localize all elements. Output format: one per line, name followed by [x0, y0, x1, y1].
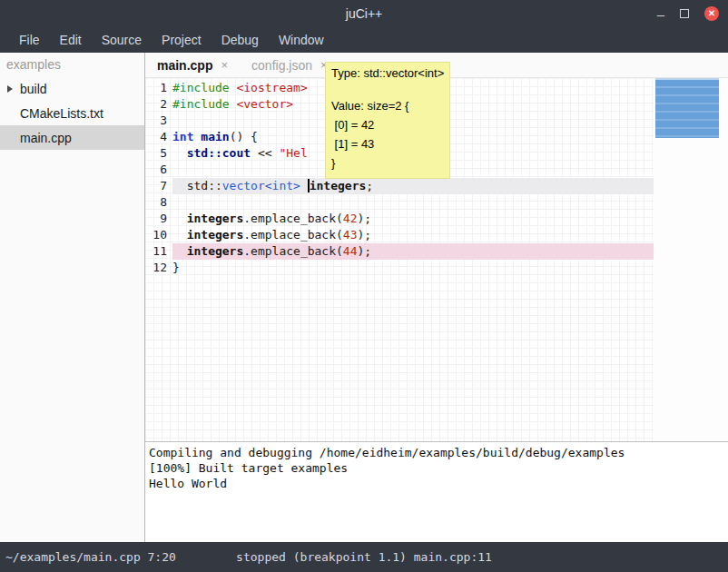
line-number: 5	[145, 145, 172, 162]
code-token: <vector>	[236, 97, 293, 111]
menu-bar: FileEditSourceProjectDebugWindow	[0, 27, 728, 53]
title-bar: juCi++ – ✕	[0, 0, 728, 27]
tab-config-json[interactable]: config.json×	[251, 58, 328, 73]
line-number: 6	[145, 162, 172, 178]
code-token: .emplace_back(	[243, 244, 343, 258]
code-token: int	[172, 130, 193, 143]
scroll-overview-thumb[interactable]	[655, 78, 719, 138]
code-token: vector<int>	[222, 179, 300, 192]
code-text: std::vector<int> integers;	[172, 178, 654, 194]
tab-label: main.cpp	[157, 58, 212, 73]
code-text	[172, 194, 654, 211]
app-window: juCi++ – ✕ FileEditSourceProjectDebugWin…	[0, 0, 728, 572]
code-token: 43	[343, 228, 358, 242]
tab-label: config.json	[251, 58, 312, 73]
code-token: integers	[187, 212, 244, 225]
menu-item-debug[interactable]: Debug	[212, 33, 269, 47]
code-token: ::	[208, 179, 222, 192]
code-line[interactable]: 12}	[145, 260, 654, 276]
code-token: #include	[172, 81, 236, 94]
terminal-line: [100%] Built target examples	[149, 460, 728, 476]
code-text: }	[172, 260, 654, 276]
line-number: 8	[145, 194, 172, 211]
terminal-output[interactable]: Compiling and debugging /home/eidheim/ex…	[145, 441, 728, 542]
file-sidebar: examples buildCMakeLists.txtmain.cpp	[0, 53, 145, 542]
tree-item-main-cpp[interactable]: main.cpp	[0, 125, 144, 150]
line-number: 1	[145, 80, 172, 96]
tooltip-value-line: Value: size=2 {	[331, 96, 444, 115]
line-number: 12	[145, 260, 172, 276]
minimize-icon[interactable]: –	[657, 7, 664, 21]
tooltip-value-line: }	[331, 153, 444, 173]
code-token	[172, 146, 187, 160]
code-token	[172, 228, 187, 242]
code-token: integers	[310, 179, 367, 192]
line-number: 3	[145, 113, 172, 129]
tab-close-icon[interactable]: ×	[221, 58, 228, 72]
code-token: main	[201, 130, 229, 143]
tooltip-value-line: [0] = 42	[331, 115, 444, 134]
code-token: integers	[187, 244, 244, 258]
code-token: #include	[172, 97, 236, 111]
code-text: integers.emplace_back(44);	[172, 243, 654, 260]
code-token: ;	[366, 179, 373, 192]
status-file-position: ~/examples/main.cpp 7:20	[0, 550, 176, 564]
code-line[interactable]: 7 std::vector<int> integers;	[145, 178, 654, 194]
menu-item-project[interactable]: Project	[152, 33, 212, 47]
menu-item-source[interactable]: Source	[92, 33, 152, 47]
file-tree[interactable]: buildCMakeLists.txtmain.cpp	[0, 76, 144, 150]
code-token: <<	[251, 146, 279, 160]
code-token: () {	[230, 130, 258, 143]
tooltip-type-line: Type: std::vector<int>	[331, 66, 444, 80]
terminal-line: Hello World	[149, 476, 728, 491]
tooltip-value: Value: size=2 { [0] = 42 [1] = 43}	[331, 96, 444, 173]
line-number: 4	[145, 129, 172, 145]
tooltip-value-line: [1] = 43	[331, 134, 444, 153]
code-token	[172, 179, 187, 192]
code-token: integers	[187, 228, 244, 242]
code-line[interactable]: 8	[145, 194, 654, 211]
code-token: 42	[343, 212, 358, 225]
code-token: );	[358, 228, 372, 242]
restore-icon[interactable]	[680, 9, 689, 18]
line-number: 2	[145, 96, 172, 113]
line-number: 9	[145, 211, 172, 227]
tree-item-label: main.cpp	[20, 131, 72, 145]
window-title: juCi++	[0, 6, 728, 21]
line-number: 11	[145, 243, 172, 260]
menu-item-file[interactable]: File	[9, 33, 50, 47]
tab-main-cpp[interactable]: main.cpp×	[157, 58, 228, 73]
code-token	[300, 179, 308, 192]
menu-item-window[interactable]: Window	[269, 33, 334, 47]
tree-item-label: build	[20, 82, 47, 96]
code-token: std	[187, 179, 208, 192]
code-token: }	[172, 261, 180, 274]
line-number: 10	[145, 227, 172, 243]
scroll-overview-track[interactable]	[654, 78, 728, 441]
code-text: integers.emplace_back(43);	[172, 227, 654, 243]
terminal-line: Compiling and debugging /home/eidheim/ex…	[149, 445, 728, 460]
code-token: "Hel	[279, 146, 307, 160]
menu-item-edit[interactable]: Edit	[50, 33, 92, 47]
code-token	[172, 244, 187, 258]
line-number: 7	[145, 178, 172, 194]
project-name: examples	[0, 53, 144, 76]
code-token: <iostream>	[236, 81, 307, 94]
status-bar: ~/examples/main.cpp 7:20 stopped (breakp…	[0, 542, 728, 572]
debug-value-tooltip: Type: std::vector<int> Value: size=2 { […	[325, 62, 450, 179]
chevron-right-icon[interactable]	[7, 85, 13, 93]
tree-item-label: CMakeLists.txt	[20, 106, 103, 121]
code-token: );	[358, 244, 372, 258]
code-token: .emplace_back(	[243, 212, 343, 225]
code-text: integers.emplace_back(42);	[172, 211, 654, 227]
code-token: .emplace_back(	[243, 228, 343, 242]
code-token: );	[358, 212, 372, 225]
code-line[interactable]: 10 integers.emplace_back(43);	[145, 227, 654, 243]
code-token	[172, 212, 187, 225]
code-token: 44	[343, 244, 358, 258]
tree-item-build[interactable]: build	[0, 76, 144, 101]
code-line[interactable]: 11 integers.emplace_back(44);	[145, 243, 654, 260]
code-line[interactable]: 9 integers.emplace_back(42);	[145, 211, 654, 227]
tree-item-cmakelists-txt[interactable]: CMakeLists.txt	[0, 101, 144, 125]
close-icon[interactable]: ✕	[704, 6, 719, 21]
